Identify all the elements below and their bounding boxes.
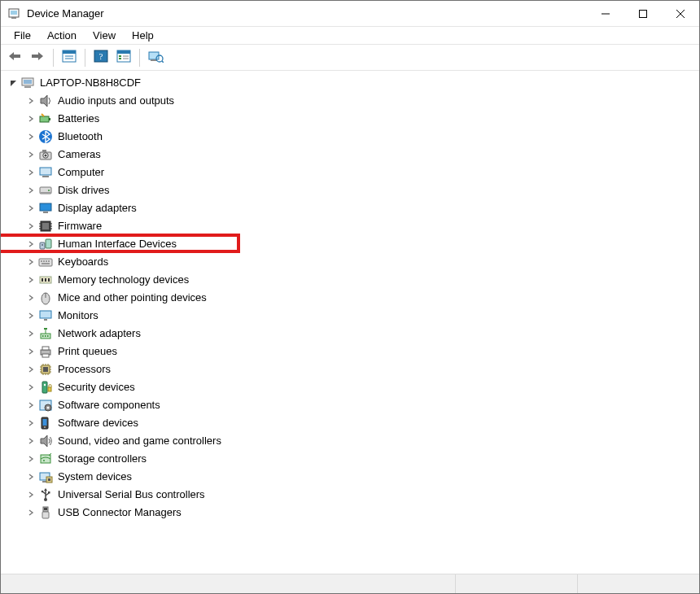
toolbar-scan-button[interactable] <box>145 47 166 68</box>
chevron-right-icon[interactable] <box>25 113 37 124</box>
tree-category[interactable]: Display adapters <box>2 199 698 217</box>
svg-marker-31 <box>41 95 47 107</box>
svg-point-95 <box>44 384 46 386</box>
tree-category-label: Computer <box>58 164 104 181</box>
tree-category[interactable]: Processors <box>2 360 698 378</box>
svg-rect-79 <box>42 354 49 357</box>
tree-category[interactable]: Network adapters <box>2 325 698 343</box>
tree-category[interactable]: Security devices <box>2 378 698 396</box>
menu-help[interactable]: Help <box>124 28 162 43</box>
firmware-icon <box>38 219 53 234</box>
cpu-icon <box>38 362 53 377</box>
chevron-right-icon[interactable] <box>25 453 37 465</box>
toolbar-separator <box>53 49 54 67</box>
tree-category[interactable]: Firmware <box>2 217 698 235</box>
security-icon <box>38 380 53 395</box>
chevron-right-icon[interactable] <box>25 364 37 375</box>
disk-icon <box>38 183 53 198</box>
tree-category[interactable]: Human Interface Devices <box>2 235 698 253</box>
toolbar-separator <box>139 49 140 67</box>
svg-point-38 <box>44 154 46 156</box>
tree-category[interactable]: Storage controllers <box>2 450 698 468</box>
toolbar-help-button[interactable]: ? <box>90 47 112 68</box>
chevron-right-icon[interactable] <box>25 435 37 447</box>
minimize-button[interactable] <box>587 2 624 26</box>
toolbar-properties-button[interactable] <box>113 47 134 68</box>
tree-category[interactable]: Bluetooth <box>2 128 698 146</box>
chevron-right-icon[interactable] <box>25 221 37 232</box>
chevron-right-icon[interactable] <box>25 238 37 250</box>
chevron-right-icon[interactable] <box>25 131 37 142</box>
chevron-right-icon[interactable] <box>25 471 37 483</box>
tree-category-label: Storage controllers <box>58 450 147 468</box>
software-dev-icon <box>38 416 53 430</box>
chevron-right-icon[interactable] <box>25 203 37 214</box>
tree-category-label: Software devices <box>58 414 138 432</box>
maximize-button[interactable] <box>624 2 662 26</box>
chevron-right-icon[interactable] <box>25 292 37 304</box>
tree-category-label: Processors <box>58 360 111 378</box>
svg-rect-1 <box>11 11 17 15</box>
chevron-right-icon[interactable] <box>25 382 37 393</box>
tree-root[interactable]: LAPTOP-NB8H8CDF <box>2 74 698 92</box>
svg-rect-32 <box>40 116 49 122</box>
menu-view[interactable]: View <box>85 28 124 43</box>
tree-category[interactable]: Universal Serial Bus controllers <box>2 486 698 504</box>
toolbar-forward-button[interactable] <box>27 47 48 68</box>
tree-category[interactable]: Print queues <box>2 343 698 360</box>
chevron-right-icon[interactable] <box>25 95 37 107</box>
chevron-down-icon[interactable] <box>7 77 19 89</box>
memory-icon <box>38 273 53 287</box>
titlebar: Device Manager <box>1 1 699 27</box>
svg-rect-43 <box>41 192 50 194</box>
help-icon: ? <box>94 50 108 65</box>
svg-rect-74 <box>47 335 49 337</box>
svg-rect-2 <box>11 17 16 19</box>
computer-icon <box>38 165 53 180</box>
tree-category[interactable]: System devices <box>2 468 698 486</box>
chevron-right-icon[interactable] <box>25 310 37 321</box>
device-tree[interactable]: LAPTOP-NB8H8CDF Audio inputs and outputs… <box>1 71 699 574</box>
svg-rect-101 <box>43 419 47 426</box>
tree-category[interactable]: Computer <box>2 164 698 181</box>
chevron-right-icon[interactable] <box>25 256 37 268</box>
svg-rect-18 <box>117 50 130 54</box>
menu-action[interactable]: Action <box>39 28 85 43</box>
chevron-right-icon[interactable] <box>25 328 37 339</box>
chevron-right-icon[interactable] <box>25 274 37 286</box>
svg-rect-64 <box>42 278 43 282</box>
chevron-right-icon[interactable] <box>25 185 37 196</box>
speaker-icon <box>38 94 53 108</box>
tree-category[interactable]: Audio inputs and outputs <box>2 92 698 110</box>
tree-category-label: Universal Serial Bus controllers <box>58 486 205 504</box>
tree-category[interactable]: Cameras <box>2 146 698 164</box>
chevron-right-icon[interactable] <box>25 167 37 178</box>
tree-category[interactable]: Software components <box>2 396 698 414</box>
hid-icon <box>38 237 53 251</box>
tree-category[interactable]: USB Connector Managers <box>2 504 698 522</box>
svg-rect-19 <box>119 55 121 57</box>
tree-category[interactable]: Batteries <box>2 110 698 128</box>
tree-category[interactable]: Disk drives <box>2 181 698 199</box>
menu-file[interactable]: File <box>6 28 39 43</box>
chevron-right-icon[interactable] <box>25 346 37 357</box>
toolbar-back-button[interactable] <box>4 47 25 68</box>
chevron-right-icon[interactable] <box>25 400 37 411</box>
tree-category[interactable]: Software devices <box>2 414 698 432</box>
svg-rect-66 <box>48 278 50 282</box>
chevron-right-icon[interactable] <box>25 417 37 429</box>
svg-rect-96 <box>48 387 51 391</box>
camera-icon <box>38 147 53 162</box>
close-button[interactable] <box>662 2 699 26</box>
tree-category[interactable]: Mice and other pointing devices <box>2 289 698 307</box>
tree-category[interactable]: Keyboards <box>2 253 698 271</box>
chevron-right-icon[interactable] <box>25 507 37 518</box>
tree-category[interactable]: Monitors <box>2 307 698 325</box>
tree-category[interactable]: Sound, video and game controllers <box>2 432 698 450</box>
toolbar-showhide-button[interactable] <box>59 47 80 68</box>
tree-category-label: Audio inputs and outputs <box>58 92 174 110</box>
chevron-right-icon[interactable] <box>25 149 37 160</box>
tree-category[interactable]: Memory technology devices <box>2 271 698 289</box>
svg-rect-10 <box>32 55 38 58</box>
chevron-right-icon[interactable] <box>25 489 37 500</box>
